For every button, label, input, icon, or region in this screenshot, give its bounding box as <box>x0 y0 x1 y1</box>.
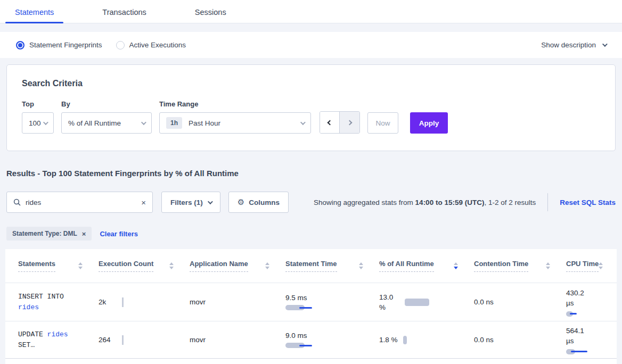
search-box: × <box>6 192 153 213</box>
columns-button[interactable]: ⚙ Columns <box>228 192 289 213</box>
execution-count-bar <box>122 335 124 345</box>
remove-filter-icon[interactable]: × <box>82 230 86 238</box>
radio-unselected-icon <box>116 41 125 49</box>
chevron-down-icon <box>602 42 608 47</box>
search-icon <box>13 198 21 206</box>
header-statement-time[interactable]: Statement Time <box>285 260 379 272</box>
header-statements[interactable]: Statements <box>18 260 99 272</box>
active-filters-row: Statement Type: DML × Clear filters <box>6 227 616 241</box>
next-time-window-button[interactable] <box>340 112 359 133</box>
chevron-down-icon <box>43 120 48 125</box>
results-heading: Results - Top 100 Statement Fingerprints… <box>6 169 622 178</box>
radio-active-executions-label: Active Executions <box>129 41 186 49</box>
search-criteria-title: Search Criteria <box>22 79 600 88</box>
execution-count-cell: 2k <box>99 297 190 307</box>
clear-filters-link[interactable]: Clear filters <box>100 230 138 238</box>
by-select-value: % of All Runtime <box>68 119 121 127</box>
chevron-down-icon <box>141 120 146 125</box>
radio-statement-fingerprints[interactable]: Statement Fingerprints <box>16 41 102 49</box>
filters-button[interactable]: Filters (1) <box>161 192 220 213</box>
application-name-cell: movr <box>190 336 285 344</box>
cpu-time-cell: 430.2 µs <box>566 288 617 317</box>
statement-time-bar <box>285 343 317 348</box>
statements-table: Statements Execution Count Application N… <box>5 249 617 364</box>
sort-icon[interactable] <box>78 262 83 269</box>
contention-time-cell: 0.0 ns <box>474 336 566 344</box>
filter-chip-statement-type[interactable]: Statement Type: DML × <box>6 227 92 241</box>
vertical-divider <box>547 193 548 211</box>
runtime-bar <box>403 336 407 344</box>
statement-fingerprint-link[interactable]: UPDATE rides SET… <box>18 329 83 351</box>
show-description-label: Show description <box>541 41 596 49</box>
search-input[interactable] <box>26 198 141 206</box>
criteria-controls: Top 100 By % of All Runtime Time Range 1… <box>22 100 600 134</box>
by-label: By <box>61 100 152 108</box>
time-range-badge: 1h <box>166 117 182 129</box>
cpu-time-bar <box>566 311 598 317</box>
header-pct-all-runtime[interactable]: % of All Runtime <box>379 260 474 272</box>
by-field: By % of All Runtime <box>61 100 152 134</box>
statement-time-cell: 9.5 ms <box>285 294 379 310</box>
chevron-right-icon <box>347 120 353 125</box>
columns-button-label: Columns <box>249 198 280 206</box>
statement-time-bar <box>285 305 317 310</box>
chevron-down-icon <box>208 199 213 204</box>
sort-icon[interactable] <box>599 262 603 269</box>
now-button[interactable]: Now <box>367 112 398 134</box>
tab-bar: Statements Transactions Sessions <box>0 0 622 23</box>
by-select[interactable]: % of All Runtime <box>61 112 152 134</box>
top-label: Top <box>22 100 54 108</box>
sql-activity-page: Statements Transactions Sessions Stateme… <box>0 0 622 364</box>
sort-icon[interactable] <box>169 262 174 269</box>
tab-statements-label: Statements <box>15 8 54 16</box>
tab-sessions[interactable]: Sessions <box>185 8 236 23</box>
view-mode-bar: Statement Fingerprints Active Executions… <box>0 32 622 58</box>
time-range-label: Time Range <box>159 100 311 108</box>
radio-selected-icon <box>16 41 24 49</box>
time-window-arrows <box>320 111 360 134</box>
sort-icon[interactable] <box>546 262 550 269</box>
chevron-left-icon <box>327 120 332 125</box>
time-range-value: Past Hour <box>189 119 220 127</box>
radio-statement-fingerprints-label: Statement Fingerprints <box>29 41 102 49</box>
table-row: UPDATE rides SET… 264 movr 9.0 ms 1.8 % … <box>5 321 617 359</box>
gear-icon: ⚙ <box>238 197 244 207</box>
statement-time-cell: 9.0 ms <box>285 332 379 348</box>
reset-sql-stats-link[interactable]: Reset SQL Stats <box>560 198 616 206</box>
previous-time-window-button[interactable] <box>320 112 340 133</box>
tab-transactions-label: Transactions <box>102 8 146 16</box>
header-cpu-time[interactable]: CPU Time <box>566 260 619 272</box>
top-field: Top 100 <box>22 100 54 134</box>
application-name-cell: movr <box>190 298 285 306</box>
statement-fingerprint-link[interactable]: INSERT INTO rides <box>18 292 83 313</box>
sort-icon[interactable] <box>265 262 269 269</box>
header-contention-time[interactable]: Contention Time <box>474 260 566 272</box>
sort-icon[interactable] <box>359 262 363 269</box>
execution-count-cell: 264 <box>99 335 190 345</box>
execution-count-bar <box>122 297 124 307</box>
results-controls-row: × Filters (1) ⚙ Columns Showing aggregat… <box>6 192 616 213</box>
top-select-value: 100 <box>29 119 41 127</box>
filter-chip-label: Statement Type: DML <box>12 230 77 237</box>
sort-icon-active-desc[interactable] <box>454 262 458 269</box>
filters-button-label: Filters (1) <box>170 198 203 206</box>
cpu-time-bar <box>566 349 598 354</box>
radio-active-executions[interactable]: Active Executions <box>116 41 186 49</box>
top-select[interactable]: 100 <box>22 112 54 134</box>
tab-statements[interactable]: Statements <box>5 8 63 23</box>
chevron-down-icon <box>300 120 306 125</box>
clear-search-icon[interactable]: × <box>141 198 146 206</box>
tab-transactions[interactable]: Transactions <box>93 8 156 23</box>
showing-stats-text: Showing aggregated stats from 14:00 to 1… <box>314 198 536 206</box>
cpu-time-cell: 564.1 µs <box>566 326 617 354</box>
apply-button[interactable]: Apply <box>410 112 448 134</box>
search-criteria-card: Search Criteria Top 100 By % of All Runt… <box>6 64 616 151</box>
time-range-select[interactable]: 1h Past Hour <box>159 112 311 134</box>
aggregated-stats-info: Showing aggregated stats from 14:00 to 1… <box>314 193 616 211</box>
show-description-toggle[interactable]: Show description <box>541 41 606 49</box>
runtime-bar <box>405 299 429 306</box>
header-application-name[interactable]: Application Name <box>190 260 285 272</box>
header-execution-count[interactable]: Execution Count <box>99 260 190 272</box>
pct-all-runtime-cell: 13.0 % <box>379 292 474 312</box>
contention-time-cell: 0.0 ns <box>474 298 566 306</box>
